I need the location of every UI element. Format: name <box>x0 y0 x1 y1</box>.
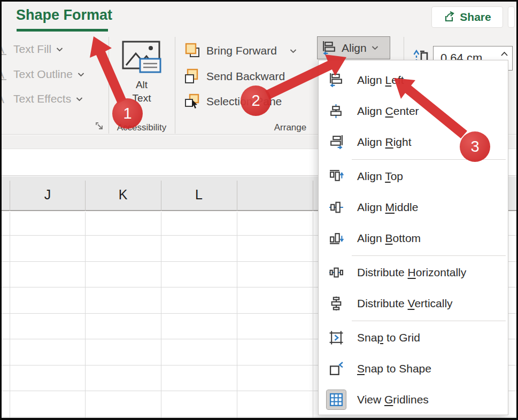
menu-item-align-center[interactable]: Align Center <box>319 96 508 127</box>
menu-item-align-middle[interactable]: Align Middle <box>319 192 508 223</box>
text-effects-label: Text Effects <box>13 92 71 105</box>
menu-item-view-gridlines[interactable]: View Gridlines <box>319 384 508 415</box>
text-fill-button[interactable]: A Text Fill <box>0 42 63 57</box>
snap-to-shape-icon <box>327 359 346 378</box>
column-header-j[interactable]: J <box>32 187 64 203</box>
menu-item-label: Align Top <box>357 170 403 183</box>
bring-forward-button[interactable]: Bring Forward <box>184 42 297 59</box>
menu-item-align-left[interactable]: Align Left <box>319 65 508 96</box>
view-gridlines-icon <box>327 390 346 409</box>
chevron-down-icon[interactable] <box>78 72 84 77</box>
distribute-horizontally-icon <box>327 263 346 282</box>
share-icon <box>443 11 455 23</box>
menu-item-label: Distribute Horizontally <box>357 266 466 279</box>
menu-item-label: Snap to Shape <box>357 362 431 375</box>
menu-item-label: Distribute Vertically <box>357 297 453 310</box>
menu-separator <box>352 255 506 256</box>
menu-item-align-bottom[interactable]: Align Bottom <box>319 223 508 254</box>
dialog-launcher-icon[interactable] <box>95 122 105 131</box>
align-top-icon <box>327 167 346 186</box>
tab-active-underline <box>17 29 108 32</box>
menu-item-distribute-horizontally[interactable]: Distribute Horizontally <box>319 257 508 288</box>
text-outline-label: Text Outline <box>13 68 73 81</box>
chevron-down-icon[interactable] <box>76 97 83 102</box>
text-outline-button[interactable]: A Text Outline <box>0 67 84 82</box>
menu-item-snap-to-grid[interactable]: Snap to Grid <box>319 322 508 353</box>
align-middle-icon <box>327 198 346 217</box>
step-badge-2: 2 <box>241 85 271 116</box>
excel-window: Shape Format Share A Text Fill A Text Ou… <box>0 0 518 420</box>
bring-forward-icon <box>184 43 200 59</box>
text-fill-label: Text Fill <box>13 43 51 56</box>
chevron-down-icon[interactable] <box>290 49 297 53</box>
column-header-l[interactable]: L <box>183 187 215 203</box>
menu-item-label: Align Right <box>357 136 412 149</box>
partial-button <box>508 6 515 28</box>
menu-item-align-top[interactable]: Align Top <box>319 161 508 192</box>
selection-pane-icon <box>184 94 200 110</box>
alt-text-icon <box>121 40 163 78</box>
menu-item-label: Align Bottom <box>357 232 421 245</box>
group-label-arrange: Arrange <box>258 122 322 133</box>
menu-item-label: Align Middle <box>357 201 418 214</box>
menu-item-distribute-vertically[interactable]: Distribute Vertically <box>319 288 508 319</box>
chevron-down-icon <box>372 45 378 50</box>
chevron-down-icon[interactable] <box>56 47 63 52</box>
send-backward-icon <box>184 68 200 84</box>
group-separator <box>175 37 175 134</box>
send-backward-button[interactable]: Send Backward <box>184 68 285 85</box>
menu-item-label: Snap to Grid <box>357 331 420 344</box>
spinner-up-icon[interactable] <box>500 51 508 57</box>
send-backward-label: Send Backward <box>206 70 285 83</box>
distribute-vertically-icon <box>327 294 346 313</box>
align-right-icon <box>327 133 346 152</box>
align-left-icon <box>322 41 337 56</box>
step-badge-1: 1 <box>112 98 143 129</box>
menu-separator <box>352 321 506 321</box>
menu-item-label: Align Center <box>357 105 419 118</box>
share-label: Share <box>460 11 491 24</box>
alt-text-label-1: Alt <box>136 78 148 91</box>
group-separator <box>109 37 109 134</box>
text-effects-button[interactable]: A Text Effects <box>0 91 83 106</box>
menu-item-label: Align Left <box>357 74 404 87</box>
menu-item-label: View Gridlines <box>357 393 429 406</box>
align-dropdown-menu: Align LeftAlign CenterAlign RightAlign T… <box>318 60 508 415</box>
snap-to-grid-icon <box>327 328 346 347</box>
align-button-label: Align <box>342 42 367 55</box>
step-badge-3: 3 <box>460 131 490 162</box>
tab-shape-format[interactable]: Shape Format <box>16 7 112 24</box>
bring-forward-label: Bring Forward <box>206 44 277 57</box>
align-left-icon <box>327 71 346 90</box>
align-center-icon <box>327 102 346 121</box>
column-header-k[interactable]: K <box>107 187 139 203</box>
share-button[interactable]: Share <box>431 6 503 28</box>
align-dropdown-button[interactable]: Align <box>317 36 390 59</box>
menu-item-snap-to-shape[interactable]: Snap to Shape <box>319 353 508 384</box>
align-bottom-icon <box>327 229 346 248</box>
